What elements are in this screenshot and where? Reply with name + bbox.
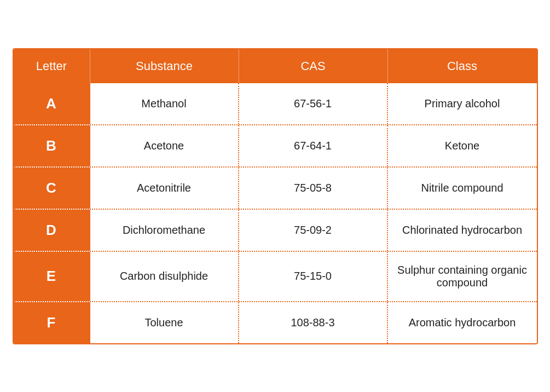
- cell-class: Primary alcohol: [388, 83, 537, 124]
- cell-letter: D: [14, 210, 90, 251]
- cell-letter: C: [14, 168, 90, 209]
- cell-cas: 75-05-8: [239, 168, 388, 209]
- cell-cas: 75-09-2: [239, 210, 388, 251]
- table-row: CAcetonitrile75-05-8Nitrile compound: [14, 168, 537, 210]
- header-class: Class: [388, 49, 537, 83]
- table-row: BAcetone67-64-1Ketone: [14, 125, 537, 168]
- cell-cas: 67-64-1: [239, 125, 388, 166]
- header-substance: Substance: [90, 49, 239, 83]
- cell-substance: Carbon disulphide: [90, 252, 239, 301]
- header-letter: Letter: [14, 49, 90, 83]
- table-row: FToluene108-88-3Aromatic hydrocarbon: [14, 302, 537, 343]
- table-body: AMethanol67-56-1Primary alcoholBAcetone6…: [14, 83, 537, 343]
- cell-substance: Dichloromethane: [90, 210, 239, 251]
- cell-cas: 108-88-3: [239, 302, 388, 343]
- cell-letter: B: [14, 125, 90, 166]
- table-header: Letter Substance CAS Class: [14, 49, 537, 83]
- header-cas: CAS: [239, 49, 388, 83]
- table-row: DDichloromethane75-09-2Chlorinated hydro…: [14, 210, 537, 252]
- cell-class: Nitrile compound: [388, 168, 537, 209]
- cell-letter: F: [14, 302, 90, 343]
- cell-class: Ketone: [388, 125, 537, 166]
- cell-cas: 75-15-0: [239, 252, 388, 301]
- cell-substance: Toluene: [90, 302, 239, 343]
- cell-class: Chlorinated hydrocarbon: [388, 210, 537, 251]
- table-row: ECarbon disulphide75-15-0Sulphur contain…: [14, 252, 537, 302]
- cell-class: Sulphur containing organic compound: [388, 252, 537, 301]
- cell-letter: E: [14, 252, 90, 301]
- main-table: Letter Substance CAS Class AMethanol67-5…: [13, 48, 538, 344]
- cell-cas: 67-56-1: [239, 83, 388, 124]
- cell-substance: Acetone: [90, 125, 239, 166]
- cell-substance: Methanol: [90, 83, 239, 124]
- cell-class: Aromatic hydrocarbon: [388, 302, 537, 343]
- cell-substance: Acetonitrile: [90, 168, 239, 209]
- table-row: AMethanol67-56-1Primary alcohol: [14, 83, 537, 125]
- cell-letter: A: [14, 83, 90, 124]
